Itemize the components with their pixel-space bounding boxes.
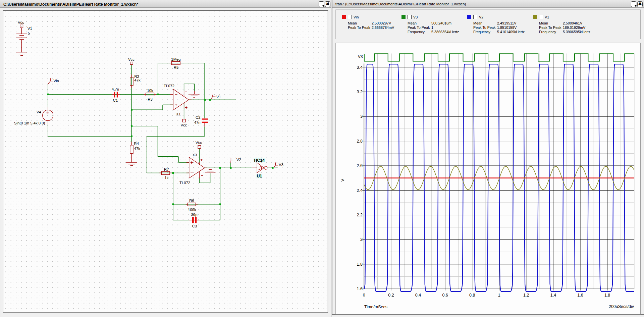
svg-text:0: 0 [363,293,365,298]
svg-text:2.4: 2.4 [357,188,363,193]
svg-text:2: 2 [360,237,363,242]
svg-text:3.4: 3.4 [357,65,363,70]
svg-text:2.2: 2.2 [357,213,363,217]
svg-text:V: V [340,178,345,181]
svg-text:V3: V3 [358,54,363,59]
svg-text:1.4: 1.4 [550,293,556,298]
svg-text:0.4: 0.4 [415,293,421,298]
svg-text:1.8: 1.8 [357,262,363,267]
svg-text:200uSecs/div: 200uSecs/div [609,304,634,309]
svg-text:3: 3 [360,114,363,119]
svg-text:1.8: 1.8 [604,293,610,298]
svg-text:1.6: 1.6 [357,286,363,291]
svg-text:Time/mSecs: Time/mSecs [364,305,387,309]
svg-text:1: 1 [498,293,500,298]
svg-text:2.8: 2.8 [357,139,363,144]
svg-text:1.6: 1.6 [577,293,583,298]
svg-text:2.6: 2.6 [357,163,363,168]
svg-text:3.2: 3.2 [357,90,363,94]
svg-text:0.2: 0.2 [388,293,394,298]
svg-text:1.2: 1.2 [523,293,529,298]
svg-text:0.6: 0.6 [442,293,448,298]
svg-text:0.8: 0.8 [469,293,475,298]
